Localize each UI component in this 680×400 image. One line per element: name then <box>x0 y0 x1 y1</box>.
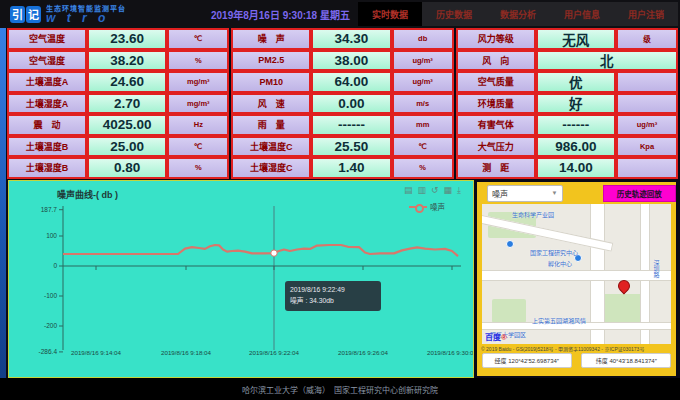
sensor-unit: ug/m³ <box>392 50 454 72</box>
sensor-label: 土壤温度B <box>7 136 87 158</box>
sensor-unit: m/s <box>392 93 454 115</box>
chart-tooltip: 2019/8/16 9:22:49 噪声 : 34.30db <box>285 281 381 311</box>
sensor-value: 1.40 <box>311 157 391 179</box>
tab-5[interactable]: 用户注销 <box>614 2 678 26</box>
noise-series-line <box>63 245 458 256</box>
sensor-label: 大气压力 <box>456 136 536 158</box>
sensor-group-1: 空气温度23.60℃空气湿度38.20%土壤温度A24.60mg/m³土壤湿度A… <box>7 28 229 179</box>
sensor-value: 986.00 <box>536 136 616 158</box>
sensor-row: PM2.538.00ug/m³ <box>231 50 453 72</box>
sensor-row: 土壤湿度A2.70mg/m³ <box>7 93 229 115</box>
left-border-strip <box>0 0 6 400</box>
map-canvas[interactable]: 生命科学产业园国家工程研究中心孵化中心上实第五园湖湘风情理工大学园区深圳路 百度… <box>482 204 671 344</box>
sensor-unit: 级 <box>616 28 678 50</box>
sensor-value: 38.20 <box>87 50 167 72</box>
dashboard: 引 记 生态环境智能监测平台 w t r o 2019年8月16日 9:30:1… <box>0 0 680 400</box>
sensor-row: 空气湿度38.20% <box>7 50 229 72</box>
svg-text:2019/8/16 9:26:04: 2019/8/16 9:26:04 <box>338 349 388 356</box>
sensor-label: 震 动 <box>7 114 87 136</box>
sensor-value: 38.00 <box>311 50 391 72</box>
sensor-grid: 空气温度23.60℃空气湿度38.20%土壤温度A24.60mg/m³土壤湿度A… <box>7 28 678 179</box>
svg-text:-100: -100 <box>44 292 57 299</box>
metric-select[interactable]: 噪声 ▼ <box>487 185 563 202</box>
sensor-unit: ℃ <box>167 136 229 158</box>
sensor-unit <box>616 157 678 179</box>
map-attribution: © 2019 Baidu - GS(2019)5218号 - 甲测资字11009… <box>481 345 673 352</box>
history-playback-button[interactable]: 历史轨迹回放 <box>603 185 676 202</box>
tab-1[interactable]: 实时数据 <box>358 2 422 26</box>
sensor-label: 土壤湿度A <box>7 93 87 115</box>
sensor-label: 测 距 <box>456 157 536 179</box>
tab-3[interactable]: 数据分析 <box>486 2 550 26</box>
sensor-value: 4025.00 <box>87 114 167 136</box>
sensor-label: 有害气体 <box>456 114 536 136</box>
sensor-label: PM10 <box>231 71 311 93</box>
sensor-value: 优 <box>536 71 616 93</box>
sensor-row: 风 速0.00m/s <box>231 93 453 115</box>
sensor-row: 震 动4025.00Hz <box>7 114 229 136</box>
sensor-value: 25.50 <box>311 136 391 158</box>
tab-4[interactable]: 用户信息 <box>550 2 614 26</box>
map-place-label: 孵化中心 <box>548 259 572 268</box>
sensor-row: 测 距14.00 <box>456 157 678 179</box>
metric-select-value: 噪声 <box>492 188 508 199</box>
sensor-unit <box>616 93 678 115</box>
baidu-logo: 百度® <box>485 331 507 342</box>
sensor-value: 34.30 <box>311 28 391 50</box>
sensor-label: 土壤湿度B <box>7 157 87 179</box>
sensor-row: 土壤湿度C1.40% <box>231 157 453 179</box>
nav-tabs: 实时数据历史数据数据分析用户信息用户注销 <box>358 2 678 26</box>
sensor-unit: mg/m³ <box>167 71 229 93</box>
sensor-unit: ug/m³ <box>616 114 678 136</box>
tab-2[interactable]: 历史数据 <box>422 2 486 26</box>
map-controls: 噪声 ▼ 历史轨迹回放 <box>477 182 676 204</box>
sensor-label: 风 速 <box>231 93 311 115</box>
noise-line-chart[interactable]: 187.71000-100-200-286.42019/8/16 9:14:04… <box>9 181 473 377</box>
map-poi-marker[interactable] <box>506 240 514 248</box>
sensor-value: ------ <box>536 114 616 136</box>
coordinate-bar: 经度 120°42'52.698734″ 纬度 40°43'18.841374″ <box>477 353 676 368</box>
sensor-row: 环境质量好 <box>456 93 678 115</box>
latitude-field: 纬度 40°43'18.841374″ <box>581 353 671 368</box>
svg-text:187.7: 187.7 <box>41 206 58 213</box>
longitude-field: 经度 120°42'52.698734″ <box>482 353 572 368</box>
sensor-row: 土壤湿度B0.80% <box>7 157 229 179</box>
sensor-unit: % <box>167 50 229 72</box>
sensor-label: 雨 量 <box>231 114 311 136</box>
sensor-value: 23.60 <box>87 28 167 50</box>
sensor-row: 有害气体------ug/m³ <box>456 114 678 136</box>
sensor-unit: ℃ <box>392 136 454 158</box>
logo-word: w t r o <box>46 12 126 24</box>
sensor-unit: db <box>392 28 454 50</box>
sensor-value: 0.80 <box>87 157 167 179</box>
datetime-display: 2019年8月16日 9:30:18 星期五 <box>211 7 350 22</box>
sensor-label: 土壤温度A <box>7 71 87 93</box>
sensor-label: 空气温度 <box>7 28 87 50</box>
sensor-group-2: 噪 声34.30dbPM2.538.00ug/m³PM1064.00ug/m³风… <box>231 28 453 179</box>
map-place-label: 上实第五园湖湘风情 <box>532 316 586 325</box>
sensor-row: 噪 声34.30db <box>231 28 453 50</box>
sensor-unit: ug/m³ <box>392 71 454 93</box>
sensor-row: PM1064.00ug/m³ <box>231 71 453 93</box>
svg-text:100: 100 <box>46 232 57 239</box>
sensor-value: 64.00 <box>311 71 391 93</box>
logo-mark: 记 <box>26 6 41 23</box>
sensor-label: 风力等级 <box>456 28 536 50</box>
sensor-unit: mg/m³ <box>167 93 229 115</box>
sensor-value: 14.00 <box>536 157 616 179</box>
sensor-unit: mm <box>392 114 454 136</box>
sensor-unit: ℃ <box>167 28 229 50</box>
sensor-row: 土壤温度B25.00℃ <box>7 136 229 158</box>
sensor-value: ------ <box>311 114 391 136</box>
sensor-label: 土壤温度C <box>231 136 311 158</box>
chevron-down-icon: ▼ <box>552 190 558 196</box>
sensor-value: 25.00 <box>87 136 167 158</box>
sensor-row: 土壤温度A24.60mg/m³ <box>7 71 229 93</box>
footer-bar: 哈尔滨工业大学（威海） 国家工程研究中心创新研究院 <box>0 378 680 400</box>
header-bar: 引 记 生态环境智能监测平台 w t r o 2019年8月16日 9:30:1… <box>0 0 680 28</box>
sensor-label: 环境质量 <box>456 93 536 115</box>
sensor-value: 2.70 <box>87 93 167 115</box>
sensor-value: 北 <box>536 50 678 72</box>
sensor-row: 土壤温度C25.50℃ <box>231 136 453 158</box>
svg-text:2019/8/16 9:18:04: 2019/8/16 9:18:04 <box>161 349 211 356</box>
